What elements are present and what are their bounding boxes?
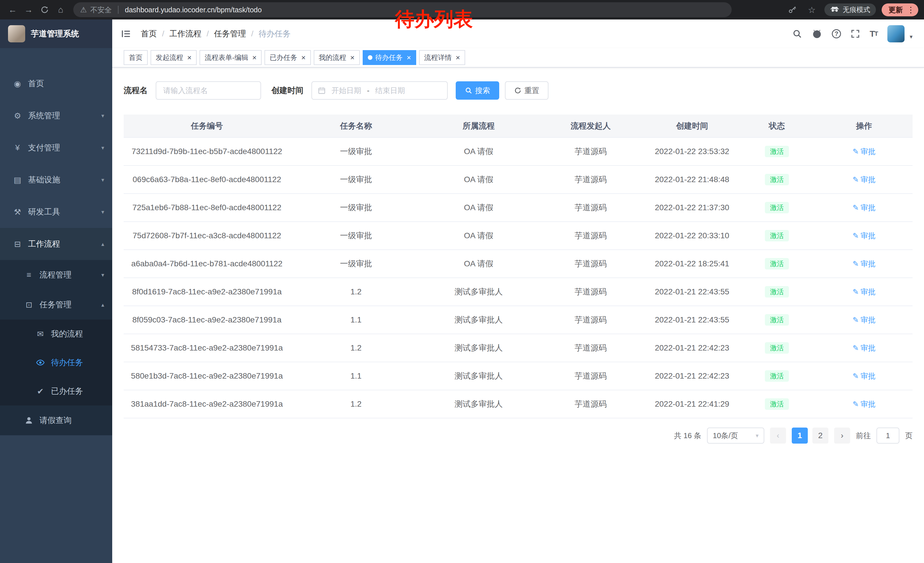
star-icon[interactable]: ☆ [805, 3, 819, 17]
page-button-1[interactable]: 1 [792, 428, 808, 444]
reload-icon[interactable] [38, 3, 51, 17]
close-tab-icon[interactable]: × [350, 54, 355, 61]
total-count: 共 16 条 [674, 431, 701, 441]
page-button-2[interactable]: 2 [812, 428, 828, 444]
start-date-placeholder: 开始日期 [332, 86, 361, 96]
breadcrumb-item[interactable]: 工作流程 [170, 29, 201, 39]
user-icon [24, 416, 34, 425]
chevron-up-icon: ▴ [101, 240, 104, 248]
cell-process: OA 请假 [422, 137, 536, 165]
user-avatar[interactable] [887, 25, 904, 42]
close-tab-icon[interactable]: × [407, 54, 411, 61]
cell-name: 一级审批 [290, 222, 422, 250]
close-tab-icon[interactable]: × [301, 54, 305, 61]
close-tab-icon[interactable]: × [187, 54, 192, 61]
sidebar-item-home[interactable]: ◉首页 [0, 68, 112, 100]
cell-id: 75d72608-7b7f-11ec-a3c8-acde48001122 [124, 222, 290, 250]
cell-action: ✎审批 [816, 306, 912, 334]
chevron-down-icon: ▾ [101, 176, 104, 183]
table-row: 73211d9d-7b9b-11ec-b5b7-acde48001122一级审批… [124, 137, 912, 165]
tab-todo-tasks[interactable]: 待办任务× [363, 50, 416, 65]
pencil-icon: ✎ [853, 175, 859, 184]
tab-start-process[interactable]: 发起流程× [151, 50, 196, 65]
tab-process-detail[interactable]: 流程详情× [419, 50, 465, 65]
cell-starter: 芋道源码 [536, 334, 646, 362]
sidebar-item-payment[interactable]: ¥支付管理▾ [0, 132, 112, 164]
column-header: 任务名称 [290, 114, 422, 137]
sidebar-item-system[interactable]: ⚙系统管理▾ [0, 100, 112, 132]
reset-button[interactable]: 重置 [505, 81, 549, 100]
sidebar-item-label: 我的流程 [51, 329, 83, 339]
search-button[interactable]: 搜索 [456, 81, 499, 100]
process-name-input[interactable] [156, 81, 261, 100]
column-header: 所属流程 [422, 114, 536, 137]
tab-form-edit[interactable]: 流程表单-编辑× [200, 50, 262, 65]
tab-home[interactable]: 首页 [124, 50, 148, 65]
approve-link[interactable]: ✎审批 [853, 287, 876, 297]
search-icon[interactable] [792, 29, 802, 39]
approve-link[interactable]: ✎审批 [853, 399, 876, 409]
list-icon: ≡ [24, 270, 34, 279]
goto-page-input[interactable] [876, 428, 899, 444]
help-icon[interactable]: ? [832, 29, 841, 38]
approve-link[interactable]: ✎审批 [853, 259, 876, 269]
select-caret-icon: ▾ [756, 432, 759, 439]
date-range-picker[interactable]: 开始日期 - 结束日期 [311, 81, 448, 100]
cell-process: 测试多审批人 [422, 306, 536, 334]
sidebar-item-devtools[interactable]: ⚒研发工具▾ [0, 196, 112, 228]
key-icon[interactable] [786, 3, 799, 17]
breadcrumb-item[interactable]: 首页 [141, 29, 157, 39]
tab-done-tasks[interactable]: 已办任务× [264, 50, 310, 65]
table-row: 725a1eb6-7b88-11ec-8ef0-acde48001122一级审批… [124, 194, 912, 222]
approve-link[interactable]: ✎审批 [853, 147, 876, 157]
sidebar-item-todo-task[interactable]: 待办任务 [0, 348, 112, 377]
cell-name: 一级审批 [290, 165, 422, 194]
sidebar-item-process-mgmt[interactable]: ≡流程管理▾ [0, 260, 112, 290]
search-button-label: 搜索 [475, 86, 490, 96]
more-menu-icon[interactable]: ⋮ [907, 5, 915, 15]
sidebar-item-my-process[interactable]: ✉我的流程 [0, 320, 112, 348]
next-page-button[interactable]: › [834, 428, 850, 444]
tab-label: 首页 [129, 53, 142, 62]
sidebar-item-done-task[interactable]: ✔已办任务 [0, 377, 112, 405]
prev-page-button[interactable]: ‹ [770, 428, 786, 444]
app-logo[interactable]: 芋道管理系统 [0, 20, 112, 48]
pencil-icon: ✎ [853, 315, 859, 324]
tab-my-process[interactable]: 我的流程× [314, 50, 360, 65]
approve-link[interactable]: ✎审批 [853, 175, 876, 185]
cell-starter: 芋道源码 [536, 250, 646, 278]
close-tab-icon[interactable]: × [456, 54, 460, 61]
sidebar-item-infrastructure[interactable]: ▤基础设施▾ [0, 164, 112, 196]
page-size-select[interactable]: 10条/页 ▾ [707, 428, 764, 444]
cell-status: 激活 [738, 306, 816, 334]
approve-link[interactable]: ✎审批 [853, 315, 876, 325]
fullscreen-icon[interactable] [851, 29, 860, 38]
close-tab-icon[interactable]: × [252, 54, 256, 61]
breadcrumb-item[interactable]: 任务管理 [214, 29, 246, 39]
sidebar-item-label: 流程管理 [39, 269, 72, 280]
home-icon[interactable]: ⌂ [54, 3, 68, 17]
url-text: dashboard.yudao.iocoder.cn/bpm/task/todo [125, 6, 262, 14]
approve-link[interactable]: ✎审批 [853, 231, 876, 241]
forward-icon[interactable]: → [22, 3, 36, 17]
back-icon[interactable]: ← [6, 3, 20, 17]
font-size-icon[interactable]: TT [870, 29, 878, 39]
sidebar-fold-icon[interactable] [121, 29, 131, 39]
sidebar-item-task-mgmt[interactable]: ⊡任务管理▴ [0, 290, 112, 320]
goto-label: 前往 [856, 431, 871, 441]
sidebar-item-workflow[interactable]: ⊟工作流程▴ [0, 228, 112, 260]
avatar-caret-icon[interactable]: ▾ [910, 33, 912, 40]
update-button[interactable]: 更新 ⋮ [882, 3, 918, 17]
status-badge: 激活 [765, 314, 789, 326]
cell-created: 2022-01-21 22:43:55 [646, 278, 738, 306]
approve-link[interactable]: ✎审批 [853, 371, 876, 381]
approve-link[interactable]: ✎审批 [853, 343, 876, 353]
approve-link[interactable]: ✎审批 [853, 203, 876, 213]
sidebar-item-leave-query[interactable]: 请假查询 [0, 405, 112, 435]
cell-name: 1.2 [290, 334, 422, 362]
tab-label: 流程详情 [424, 53, 452, 62]
github-icon[interactable] [812, 29, 822, 39]
sidebar: 芋道管理系统 ◉首页⚙系统管理▾¥支付管理▾▤基础设施▾⚒研发工具▾⊟工作流程▴… [0, 20, 112, 563]
range-separator: - [367, 86, 369, 95]
cell-starter: 芋道源码 [536, 278, 646, 306]
